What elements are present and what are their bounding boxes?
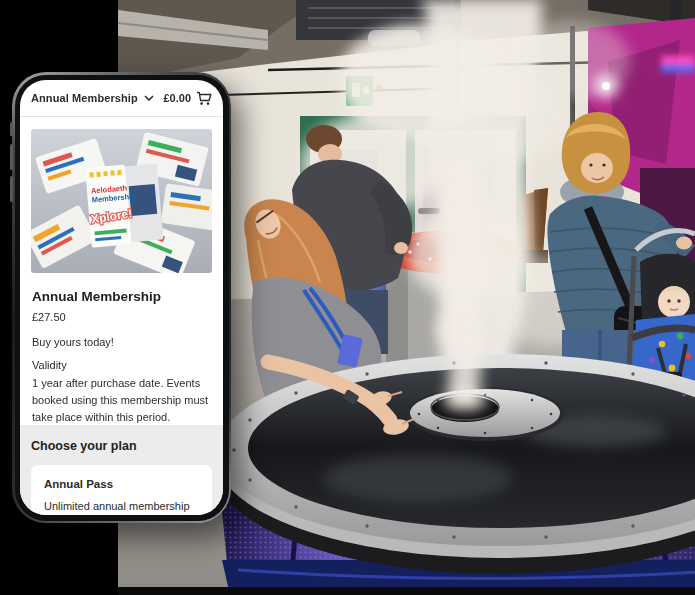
cart-total: £0.00 [163,92,191,104]
featured-card: Aelodaeth Membership Xplore! [85,162,164,248]
plan-name: Annual Pass [44,478,199,490]
plan-description: Unlimited annual membership [44,500,199,512]
plan-option-annual-pass[interactable]: Annual Pass Unlimited annual membership [31,465,212,515]
hero-section: Annual Membership £0.00 [0,0,695,595]
product-tagline: Buy yours today! [32,336,211,348]
photo-bottom-edge [118,587,695,595]
volume-up-button [10,144,13,170]
product-details: Annual Membership £27.50 Buy yours today… [20,289,223,426]
phone-mockup: Annual Membership £0.00 [12,72,231,523]
cart-button[interactable]: £0.00 [163,91,212,106]
phone-screen: Annual Membership £0.00 [20,80,223,515]
validity-body: 1 year after purchase date. Events booke… [32,375,211,426]
validity-heading: Validity [32,359,211,371]
membership-cards-illustration: Aelodaeth Membership Xplore! [31,129,212,273]
volume-down-button [10,176,13,202]
app-header: Annual Membership £0.00 [20,80,223,117]
chevron-down-icon [144,95,154,101]
product-image[interactable]: Aelodaeth Membership Xplore! [31,129,212,273]
product-price: £27.50 [32,311,211,323]
product-selector-label: Annual Membership [31,92,138,104]
plan-section: Choose your plan Annual Pass Unlimited a… [20,425,223,515]
neon-sign [661,56,695,72]
product-title: Annual Membership [32,289,211,304]
product-selector-dropdown[interactable]: Annual Membership [31,92,154,104]
mute-switch [10,122,13,136]
plan-section-heading: Choose your plan [31,439,212,453]
shopping-cart-icon [196,91,212,106]
